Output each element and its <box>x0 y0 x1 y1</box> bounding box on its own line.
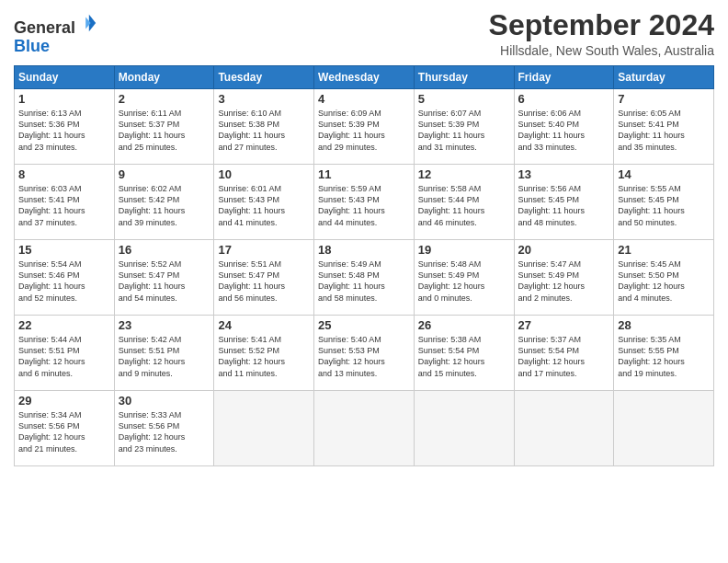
day-number: 12 <box>418 167 510 181</box>
day-number: 18 <box>318 243 410 257</box>
table-row: 22Sunrise: 5:44 AMSunset: 5:51 PMDayligh… <box>15 316 714 391</box>
table-cell: 14Sunrise: 5:55 AMSunset: 5:45 PMDayligh… <box>614 165 714 240</box>
logo-blue: Blue <box>14 37 50 55</box>
table-cell: 17Sunrise: 5:51 AMSunset: 5:47 PMDayligh… <box>214 240 314 316</box>
cell-info: Sunrise: 6:05 AMSunset: 5:41 PMDaylight:… <box>618 109 685 151</box>
day-number: 23 <box>119 318 210 332</box>
table-cell: 9Sunrise: 6:02 AMSunset: 5:42 PMDaylight… <box>114 165 214 240</box>
day-number: 10 <box>218 167 310 181</box>
table-cell <box>314 391 415 466</box>
cell-info: Sunrise: 5:49 AMSunset: 5:48 PMDaylight:… <box>318 259 385 302</box>
cell-info: Sunrise: 5:52 AMSunset: 5:47 PMDaylight:… <box>119 259 186 302</box>
day-number: 24 <box>218 318 310 332</box>
location: Hillsdale, New South Wales, Australia <box>489 43 714 58</box>
day-number: 4 <box>318 92 410 106</box>
day-number: 7 <box>618 92 710 106</box>
cell-info: Sunrise: 5:48 AMSunset: 5:49 PMDaylight:… <box>418 259 485 302</box>
cell-info: Sunrise: 5:44 AMSunset: 5:51 PMDaylight:… <box>18 335 85 377</box>
table-cell: 29Sunrise: 5:34 AMSunset: 5:56 PMDayligh… <box>15 391 115 466</box>
cell-info: Sunrise: 5:41 AMSunset: 5:52 PMDaylight:… <box>218 335 285 377</box>
day-number: 3 <box>218 92 310 106</box>
calendar: Sunday Monday Tuesday Wednesday Thursday… <box>14 65 714 466</box>
day-number: 20 <box>518 243 610 257</box>
cell-info: Sunrise: 6:10 AMSunset: 5:38 PMDaylight:… <box>218 109 285 151</box>
day-number: 8 <box>18 167 110 181</box>
table-cell: 27Sunrise: 5:37 AMSunset: 5:54 PMDayligh… <box>514 316 614 391</box>
table-cell <box>514 391 614 466</box>
col-thursday: Thursday <box>414 66 514 89</box>
cell-info: Sunrise: 5:47 AMSunset: 5:49 PMDaylight:… <box>518 259 586 302</box>
col-wednesday: Wednesday <box>314 66 415 89</box>
month-title: September 2024 <box>489 9 714 41</box>
cell-info: Sunrise: 6:09 AMSunset: 5:39 PMDaylight:… <box>318 109 385 151</box>
table-cell: 15Sunrise: 5:54 AMSunset: 5:46 PMDayligh… <box>15 240 115 316</box>
col-tuesday: Tuesday <box>214 66 314 89</box>
day-number: 6 <box>518 92 610 106</box>
table-cell: 1Sunrise: 6:13 AMSunset: 5:36 PMDaylight… <box>15 89 115 165</box>
day-number: 5 <box>418 92 510 106</box>
table-cell: 20Sunrise: 5:47 AMSunset: 5:49 PMDayligh… <box>514 240 614 316</box>
table-cell: 6Sunrise: 6:06 AMSunset: 5:40 PMDaylight… <box>514 89 614 165</box>
day-number: 16 <box>119 243 210 257</box>
day-number: 26 <box>418 318 510 332</box>
day-number: 14 <box>618 167 710 181</box>
cell-info: Sunrise: 5:58 AMSunset: 5:44 PMDaylight:… <box>418 184 485 226</box>
cell-info: Sunrise: 6:03 AMSunset: 5:41 PMDaylight:… <box>18 184 85 226</box>
day-number: 17 <box>218 243 310 257</box>
table-cell: 19Sunrise: 5:48 AMSunset: 5:49 PMDayligh… <box>414 240 514 316</box>
cell-info: Sunrise: 6:01 AMSunset: 5:43 PMDaylight:… <box>218 184 285 226</box>
logo-general: General <box>14 18 75 37</box>
col-monday: Monday <box>114 66 214 89</box>
day-number: 21 <box>618 243 710 257</box>
logo-icon <box>77 13 97 33</box>
cell-info: Sunrise: 5:40 AMSunset: 5:53 PMDaylight:… <box>318 335 385 377</box>
cell-info: Sunrise: 6:06 AMSunset: 5:40 PMDaylight:… <box>518 109 586 151</box>
day-number: 1 <box>18 92 110 106</box>
day-number: 25 <box>318 318 410 332</box>
table-cell: 11Sunrise: 5:59 AMSunset: 5:43 PMDayligh… <box>314 165 415 240</box>
cell-info: Sunrise: 5:34 AMSunset: 5:56 PMDaylight:… <box>18 410 85 453</box>
col-saturday: Saturday <box>614 66 714 89</box>
table-cell <box>614 391 714 466</box>
cell-info: Sunrise: 5:56 AMSunset: 5:45 PMDaylight:… <box>518 184 586 226</box>
cell-info: Sunrise: 5:45 AMSunset: 5:50 PMDaylight:… <box>618 259 685 302</box>
day-number: 9 <box>119 167 210 181</box>
day-number: 28 <box>618 318 710 332</box>
table-cell: 5Sunrise: 6:07 AMSunset: 5:39 PMDaylight… <box>414 89 514 165</box>
cell-info: Sunrise: 5:51 AMSunset: 5:47 PMDaylight:… <box>218 259 285 302</box>
table-cell: 21Sunrise: 5:45 AMSunset: 5:50 PMDayligh… <box>614 240 714 316</box>
day-number: 19 <box>418 243 510 257</box>
cell-info: Sunrise: 5:54 AMSunset: 5:46 PMDaylight:… <box>18 259 85 302</box>
table-cell: 24Sunrise: 5:41 AMSunset: 5:52 PMDayligh… <box>214 316 314 391</box>
table-cell: 30Sunrise: 5:33 AMSunset: 5:56 PMDayligh… <box>114 391 214 466</box>
table-cell: 25Sunrise: 5:40 AMSunset: 5:53 PMDayligh… <box>314 316 415 391</box>
day-number: 29 <box>18 394 110 408</box>
cell-info: Sunrise: 6:02 AMSunset: 5:42 PMDaylight:… <box>119 184 186 226</box>
title-block: September 2024 Hillsdale, New South Wale… <box>489 9 714 58</box>
table-cell: 4Sunrise: 6:09 AMSunset: 5:39 PMDaylight… <box>314 89 415 165</box>
table-row: 1Sunrise: 6:13 AMSunset: 5:36 PMDaylight… <box>15 89 714 165</box>
cell-info: Sunrise: 6:07 AMSunset: 5:39 PMDaylight:… <box>418 109 485 151</box>
table-cell: 16Sunrise: 5:52 AMSunset: 5:47 PMDayligh… <box>114 240 214 316</box>
logo: General Blue <box>14 13 97 56</box>
cell-info: Sunrise: 5:38 AMSunset: 5:54 PMDaylight:… <box>418 335 485 377</box>
cell-info: Sunrise: 5:37 AMSunset: 5:54 PMDaylight:… <box>518 335 586 377</box>
cell-info: Sunrise: 5:59 AMSunset: 5:43 PMDaylight:… <box>318 184 385 226</box>
header: General Blue September 2024 Hillsdale, N… <box>14 9 714 58</box>
col-friday: Friday <box>514 66 614 89</box>
table-cell: 10Sunrise: 6:01 AMSunset: 5:43 PMDayligh… <box>214 165 314 240</box>
table-cell: 13Sunrise: 5:56 AMSunset: 5:45 PMDayligh… <box>514 165 614 240</box>
table-cell <box>214 391 314 466</box>
table-row: 8Sunrise: 6:03 AMSunset: 5:41 PMDaylight… <box>15 165 714 240</box>
cell-info: Sunrise: 6:13 AMSunset: 5:36 PMDaylight:… <box>18 109 85 151</box>
day-number: 27 <box>518 318 610 332</box>
cell-info: Sunrise: 5:42 AMSunset: 5:51 PMDaylight:… <box>119 335 186 377</box>
table-row: 15Sunrise: 5:54 AMSunset: 5:46 PMDayligh… <box>15 240 714 316</box>
table-cell: 8Sunrise: 6:03 AMSunset: 5:41 PMDaylight… <box>15 165 115 240</box>
table-cell: 18Sunrise: 5:49 AMSunset: 5:48 PMDayligh… <box>314 240 415 316</box>
table-cell: 23Sunrise: 5:42 AMSunset: 5:51 PMDayligh… <box>114 316 214 391</box>
table-cell: 28Sunrise: 5:35 AMSunset: 5:55 PMDayligh… <box>614 316 714 391</box>
table-cell: 12Sunrise: 5:58 AMSunset: 5:44 PMDayligh… <box>414 165 514 240</box>
day-number: 13 <box>518 167 610 181</box>
day-number: 2 <box>119 92 210 106</box>
